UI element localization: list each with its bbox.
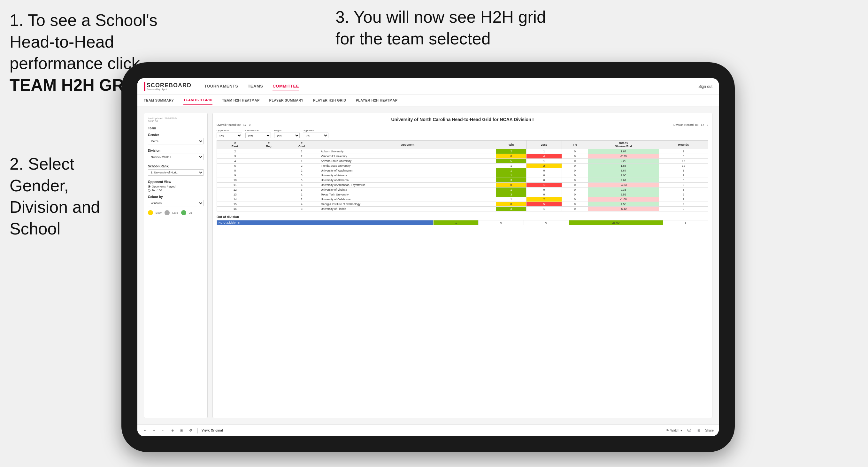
- gender-select[interactable]: Men's: [148, 138, 204, 145]
- table-row: 6 2 Florida State University 1 2 0 1.83 …: [217, 163, 708, 168]
- cell-rounds: 9: [659, 202, 708, 207]
- radio1-label: Opponents Played: [152, 185, 176, 188]
- conference-select[interactable]: (All): [245, 132, 271, 138]
- watch-button[interactable]: 👁 Watch ▾: [666, 429, 682, 432]
- table-row: 16 3 University of Florida 3 1 0 -6.42 9: [217, 207, 708, 212]
- down-color-dot: [148, 210, 153, 215]
- subnav-team-h2h-heatmap[interactable]: TEAM H2H HEATMAP: [222, 96, 260, 105]
- opponents-filter-label: Opponents:: [217, 129, 242, 132]
- comment-button[interactable]: 💬: [686, 428, 692, 433]
- cell-win: 3: [496, 207, 526, 212]
- opponent-select[interactable]: (All): [303, 132, 329, 138]
- out-div-rounds: 3: [663, 220, 708, 225]
- cell-loss: 0: [526, 168, 562, 173]
- region-select[interactable]: (All): [274, 132, 300, 138]
- cell-loss: 2: [526, 197, 562, 202]
- out-div-diff: 26.00: [569, 220, 663, 225]
- opponents-select[interactable]: (All): [217, 132, 242, 138]
- cell-tie: 0: [562, 187, 588, 192]
- cell-win: 3: [496, 192, 526, 197]
- colour-select[interactable]: Win/loss: [148, 200, 204, 206]
- table-row: 9 3 University of Arizona 1 0 0 9.00 2: [217, 173, 708, 178]
- opponent-view-label: Opponent View: [148, 180, 204, 184]
- cell-rounds: 3: [659, 183, 708, 187]
- subnav-team-summary[interactable]: TEAM SUMMARY: [144, 96, 174, 105]
- subnav-player-summary[interactable]: PLAYER SUMMARY: [269, 96, 304, 105]
- subnav-team-h2h-grid[interactable]: TEAM H2H GRID: [183, 95, 212, 105]
- cell-tie: 0: [562, 178, 588, 183]
- col-conf: #Conf: [284, 141, 319, 149]
- cell-win: 1: [496, 187, 526, 192]
- cell-rank: 2: [217, 149, 253, 154]
- table-row: 14 2 University of Oklahoma 1 2 0 -1.00 …: [217, 197, 708, 202]
- cell-reg: [253, 154, 284, 159]
- back-button[interactable]: ←: [160, 428, 166, 433]
- cell-conf: 2: [284, 163, 319, 168]
- h2h-table: #Rank #Reg #Conf Opponent Win Loss Tie D…: [217, 140, 708, 212]
- left-panel: Last Updated: 27/03/2024 16:55:38 Team G…: [144, 113, 208, 418]
- cell-opponent: University of Arkansas, Fayetteville: [319, 183, 496, 187]
- up-label: Up: [189, 212, 192, 214]
- subnav-player-h2h-heatmap[interactable]: PLAYER H2H HEATMAP: [356, 96, 398, 105]
- cell-conf: 2: [284, 154, 319, 159]
- cell-conf: 6: [284, 183, 319, 187]
- table-row: 13 1 Texas Tech University 3 0 0 5.56 9: [217, 192, 708, 197]
- tablet-screen: SCOREBOARD Powered by clippi TOURNAMENTS…: [137, 78, 719, 436]
- col-loss: Loss: [526, 141, 562, 149]
- add-button[interactable]: ⊕: [170, 428, 175, 433]
- toolbar-divider: [197, 428, 198, 433]
- cell-opponent: Auburn University: [319, 149, 496, 154]
- radio-opponents-played[interactable]: Opponents Played: [148, 185, 204, 188]
- school-label: School (Rank): [148, 164, 204, 168]
- col-opponent: Opponent: [319, 141, 496, 149]
- nav-teams[interactable]: TEAMS: [248, 83, 263, 90]
- cell-diff: -1.00: [588, 197, 659, 202]
- table-row: 15 4 Georgia Institute of Technology 0 5…: [217, 202, 708, 207]
- cell-loss: 5: [526, 202, 562, 207]
- cell-win: 1: [496, 197, 526, 202]
- cell-rank: 8: [217, 168, 253, 173]
- share-button[interactable]: Share: [705, 429, 714, 432]
- cell-loss: 0: [526, 173, 562, 178]
- school-select[interactable]: 1. University of Nort...: [148, 169, 204, 176]
- cell-conf: 2: [284, 197, 319, 202]
- cell-diff: -4.33: [588, 183, 659, 187]
- undo-button[interactable]: ↩: [143, 428, 148, 433]
- sign-out-button[interactable]: Sign out: [699, 84, 712, 89]
- table-row: 8 2 University of Washington 1 0 0 3.67 …: [217, 168, 708, 173]
- cell-opponent: Florida State University: [319, 163, 496, 168]
- cell-conf: 5: [284, 178, 319, 183]
- nav-committee[interactable]: COMMITTEE: [273, 83, 299, 90]
- cell-opponent: University of Alabama: [319, 178, 496, 183]
- cell-rounds: 3: [659, 168, 708, 173]
- division-select[interactable]: NCAA Division I: [148, 154, 204, 160]
- colour-by-label: Colour by: [148, 195, 204, 199]
- cell-diff: 9.00: [588, 173, 659, 178]
- color-legend: Down Level Up: [148, 210, 204, 215]
- cell-rounds: 9: [659, 197, 708, 202]
- logo-bar: [144, 82, 145, 91]
- grid-view-button[interactable]: ⊞: [696, 428, 701, 433]
- radio-top100[interactable]: Top 100: [148, 189, 204, 192]
- cell-conf: 3: [284, 187, 319, 192]
- radio-circle-1: [148, 185, 151, 188]
- cell-rounds: 2: [659, 173, 708, 178]
- redo-button[interactable]: ↪: [151, 428, 157, 433]
- cell-win: 2: [496, 149, 526, 154]
- table-row: 3 2 Vanderbilt University 0 4 0 -2.29 8: [217, 154, 708, 159]
- cell-rank: 6: [217, 163, 253, 168]
- cell-win: 0: [496, 202, 526, 207]
- cell-win: 0: [496, 154, 526, 159]
- cell-rank: 12: [217, 187, 253, 192]
- cell-loss: 1: [526, 207, 562, 212]
- cell-conf: 3: [284, 207, 319, 212]
- cell-reg: [253, 159, 284, 163]
- cell-reg: [253, 202, 284, 207]
- subnav-player-h2h-grid[interactable]: PLAYER H2H GRID: [313, 96, 346, 105]
- grid-button[interactable]: ⊞: [179, 428, 184, 433]
- cell-loss: 4: [526, 154, 562, 159]
- cell-rank: 11: [217, 183, 253, 187]
- radio-circle-2: [148, 189, 151, 192]
- timer-button[interactable]: ⏱: [188, 428, 194, 433]
- nav-tournaments[interactable]: TOURNAMENTS: [204, 83, 238, 90]
